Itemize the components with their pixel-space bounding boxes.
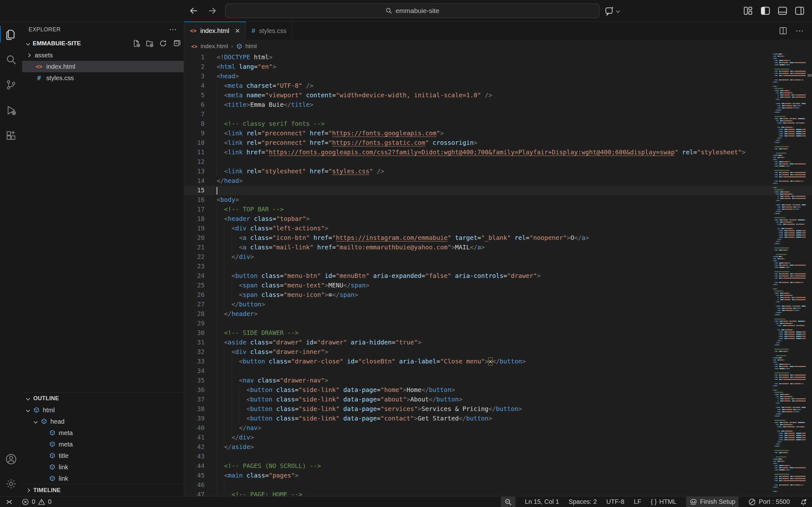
code-line[interactable]: 14</head> (184, 176, 812, 186)
file-row-styles-css[interactable]: # styles.css (22, 72, 184, 83)
code-line[interactable]: 9<link rel="preconnect" href="https://fo… (184, 129, 812, 138)
explorer-more-actions-button[interactable]: ⋯ (169, 25, 177, 34)
code-line[interactable]: 13<link rel="stylesheet" href="styles.cs… (184, 167, 812, 176)
copilot-icon[interactable] (605, 6, 615, 16)
ellipsis-icon[interactable]: ⋯ (796, 26, 804, 36)
code-line[interactable]: 26<span class="menu-icon">≡</span> (184, 290, 812, 300)
outline-item-meta-2[interactable]: meta (22, 427, 184, 439)
finish-setup-button[interactable]: Finish Setup (686, 497, 739, 507)
code-line[interactable]: 18<header class="topbar"> (184, 214, 812, 224)
sidebar-item-extensions[interactable] (0, 123, 22, 148)
code-line[interactable]: 25<span class="menu-text">MENU</span> (184, 281, 812, 290)
code-line[interactable]: 7 (184, 110, 812, 119)
remote-icon[interactable] (5, 498, 13, 506)
tab-index-html[interactable]: <> index.html ✕ (184, 21, 246, 40)
cursor-position[interactable]: Ln 15, Col 1 (525, 497, 559, 507)
collapse-all-icon[interactable] (172, 39, 181, 48)
refresh-icon[interactable] (159, 39, 167, 48)
outline-item-html-0[interactable]: html (22, 404, 184, 416)
breadcrumb-item-file[interactable]: index.html (200, 43, 228, 50)
code-line[interactable]: 39<button class="side-link" data-page="c… (184, 414, 812, 424)
sidebar-item-source-control[interactable] (0, 72, 22, 98)
code-line[interactable]: 5<meta name="viewport" content="width=de… (184, 91, 812, 100)
breadcrumb-item-symbol[interactable]: html (246, 43, 257, 50)
sidebar-item-explorer[interactable] (0, 21, 22, 47)
code-line[interactable]: 10<link rel="preconnect" href="https://f… (184, 138, 812, 148)
indentation-setting[interactable]: Spaces: 2 (569, 497, 597, 507)
code-line[interactable]: 33<button class="drawer-close" id="close… (184, 357, 812, 366)
chevron-down-icon[interactable] (616, 9, 620, 13)
minimap[interactable] (771, 53, 807, 496)
split-editor-icon[interactable] (778, 26, 788, 36)
code-line[interactable]: 45<main class="pages"> (184, 471, 812, 481)
code-line[interactable]: 16<body> (184, 195, 812, 205)
new-file-icon[interactable] (132, 39, 141, 48)
code-line[interactable]: 46 (184, 481, 812, 490)
code-line[interactable]: 28</header> (184, 309, 812, 319)
outline-item-link-5[interactable]: link (22, 461, 184, 473)
outline-section-header[interactable]: OUTLINE (22, 392, 184, 404)
code-area[interactable]: 1<!DOCTYPE html>2<html lang="en">3<head>… (184, 53, 812, 496)
code-line[interactable]: 21<a class="mail-link" href="mailto:emma… (184, 243, 812, 252)
sidebar-item-run-debug[interactable] (0, 98, 22, 123)
code-line[interactable]: 41</div> (184, 433, 812, 442)
forward-icon[interactable] (207, 6, 217, 15)
outline-item-link-6[interactable]: link (22, 473, 184, 484)
code-line[interactable]: 24<button class="menu-btn" id="menuBtn" … (184, 271, 812, 281)
back-icon[interactable] (189, 6, 199, 15)
code-line[interactable]: 2<html lang="en"> (184, 62, 812, 72)
code-line[interactable]: 3<head> (184, 72, 812, 81)
encoding-setting[interactable]: UTF-8 (606, 497, 624, 507)
code-line[interactable]: 32<div class="drawer-inner"> (184, 347, 812, 357)
code-line[interactable]: 27</button> (184, 300, 812, 309)
problems-indicator[interactable]: 0 0 (21, 498, 51, 506)
language-mode[interactable]: { } HTML (651, 497, 676, 507)
eol-setting[interactable]: LF (634, 497, 641, 507)
code-line[interactable]: 43 (184, 452, 812, 461)
tab-styles-css[interactable]: # styles.css (246, 21, 293, 40)
toggle-sidebar-right-icon[interactable] (794, 5, 805, 16)
code-line[interactable]: 30<!-- SIDE DRAWER --> (184, 328, 812, 338)
code-line[interactable]: 8<!-- classy serif fonts --> (184, 119, 812, 129)
code-line[interactable]: 37<button class="side-link" data-page="a… (184, 395, 812, 404)
code-line[interactable]: 42</aside> (184, 442, 812, 452)
zoom-status-button[interactable] (501, 497, 515, 507)
code-line[interactable]: 12 (184, 157, 812, 167)
file-row-index-html[interactable]: <> index.html (22, 61, 184, 72)
code-line[interactable]: 36<button class="side-link" data-page="h… (184, 385, 812, 395)
code-line[interactable]: 23 (184, 262, 812, 271)
timeline-section-header[interactable]: TIMELINE (22, 484, 184, 496)
customize-layout-icon[interactable] (743, 5, 754, 16)
code-line[interactable]: 35<nav class="drawer-nav"> (184, 376, 812, 385)
settings-button[interactable] (0, 471, 22, 496)
code-line[interactable]: 19<div class="left-actions"> (184, 224, 812, 233)
code-line[interactable]: 20<a class="icon-btn" href="https://inst… (184, 233, 812, 243)
toggle-panel-icon[interactable] (777, 5, 788, 16)
new-folder-icon[interactable] (146, 39, 154, 48)
live-server-port[interactable]: Port : 5500 (748, 497, 790, 507)
code-line[interactable]: 34 (184, 366, 812, 376)
project-root-row[interactable]: EMMABUIE-SITE (22, 38, 184, 49)
code-line[interactable]: 40</nav> (184, 424, 812, 433)
file-row-assets[interactable]: assets (22, 49, 184, 61)
outline-item-meta-3[interactable]: meta (22, 439, 184, 450)
notifications-button[interactable] (799, 497, 808, 507)
code-line[interactable]: 17<!-- TOP BAR --> (184, 205, 812, 214)
close-icon[interactable]: ✕ (235, 27, 240, 35)
scrollbar-cursor-marker[interactable] (808, 74, 812, 77)
code-line[interactable]: 11<link href="https://fonts.googleapis.c… (184, 148, 812, 157)
outline-item-title-4[interactable]: title (22, 450, 184, 461)
code-line[interactable]: 22</div> (184, 252, 812, 262)
toggle-sidebar-left-icon[interactable] (760, 5, 771, 16)
code-line[interactable]: 15 (184, 186, 812, 195)
outline-item-head-1[interactable]: head (22, 416, 184, 427)
code-line[interactable]: 1<!DOCTYPE html> (184, 53, 812, 62)
command-center-search[interactable]: emmabuie-site (225, 3, 600, 18)
code-line[interactable]: 29 (184, 319, 812, 328)
account-button[interactable] (0, 447, 22, 471)
code-line[interactable]: 47<!-- PAGE: HOME --> (184, 490, 812, 496)
code-line[interactable]: 4<meta charset="UTF-8" /> (184, 81, 812, 91)
sidebar-item-search[interactable] (0, 47, 22, 72)
code-line[interactable]: 44<!-- PAGES (NO SCROLL) --> (184, 461, 812, 471)
code-line[interactable]: 38<button class="side-link" data-page="s… (184, 404, 812, 414)
